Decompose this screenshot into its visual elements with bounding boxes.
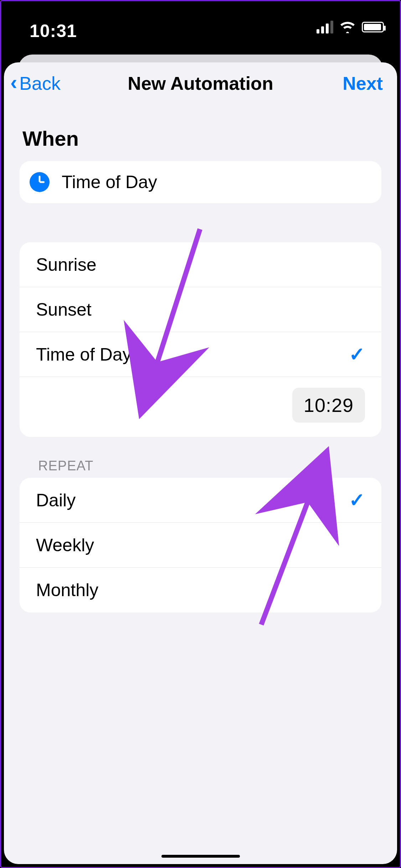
checkmark-icon: ✓ bbox=[349, 343, 365, 366]
option-sunset[interactable]: Sunset ✓ bbox=[20, 287, 381, 332]
trigger-summary-label: Time of Day bbox=[62, 172, 157, 192]
checkmark-icon: ✓ bbox=[349, 489, 365, 511]
status-time: 10:31 bbox=[30, 21, 77, 41]
option-time-of-day[interactable]: Time of Day ✓ bbox=[20, 332, 381, 377]
page-title: New Automation bbox=[128, 73, 273, 94]
repeat-section-label: REPEAT bbox=[38, 458, 381, 474]
status-bar: 10:31 bbox=[1, 1, 400, 55]
option-label: Sunset bbox=[36, 299, 92, 320]
back-button[interactable]: ‹ Back bbox=[10, 62, 61, 104]
chevron-left-icon: ‹ bbox=[10, 72, 17, 93]
cellular-icon bbox=[317, 21, 333, 33]
wifi-icon bbox=[340, 21, 355, 33]
option-label: Weekly bbox=[36, 535, 94, 556]
time-picker-button[interactable]: 10:29 bbox=[292, 388, 365, 423]
time-options-card: Sunrise ✓ Sunset ✓ Time of Day ✓ 10:29 bbox=[20, 242, 381, 437]
clock-icon bbox=[30, 172, 50, 192]
option-sunrise[interactable]: Sunrise ✓ bbox=[20, 242, 381, 287]
option-label: Daily bbox=[36, 490, 76, 511]
trigger-summary-card[interactable]: Time of Day bbox=[20, 161, 381, 203]
option-label: Monthly bbox=[36, 580, 98, 600]
home-indicator[interactable] bbox=[161, 855, 240, 858]
back-label: Back bbox=[19, 73, 61, 94]
nav-bar: ‹ Back New Automation Next bbox=[4, 62, 397, 104]
modal-sheet: ‹ Back New Automation Next When Time of … bbox=[4, 62, 397, 864]
option-label: Time of Day bbox=[36, 344, 132, 365]
status-indicators bbox=[317, 21, 384, 33]
time-picker-row: 10:29 bbox=[20, 377, 381, 437]
section-when-title: When bbox=[20, 126, 381, 150]
option-label: Sunrise bbox=[36, 254, 97, 275]
repeat-daily[interactable]: Daily ✓ bbox=[20, 478, 381, 523]
repeat-weekly[interactable]: Weekly ✓ bbox=[20, 523, 381, 568]
battery-icon bbox=[362, 22, 384, 32]
next-button[interactable]: Next bbox=[343, 62, 383, 104]
repeat-monthly[interactable]: Monthly ✓ bbox=[20, 568, 381, 613]
repeat-options-card: Daily ✓ Weekly ✓ Monthly ✓ bbox=[20, 478, 381, 613]
